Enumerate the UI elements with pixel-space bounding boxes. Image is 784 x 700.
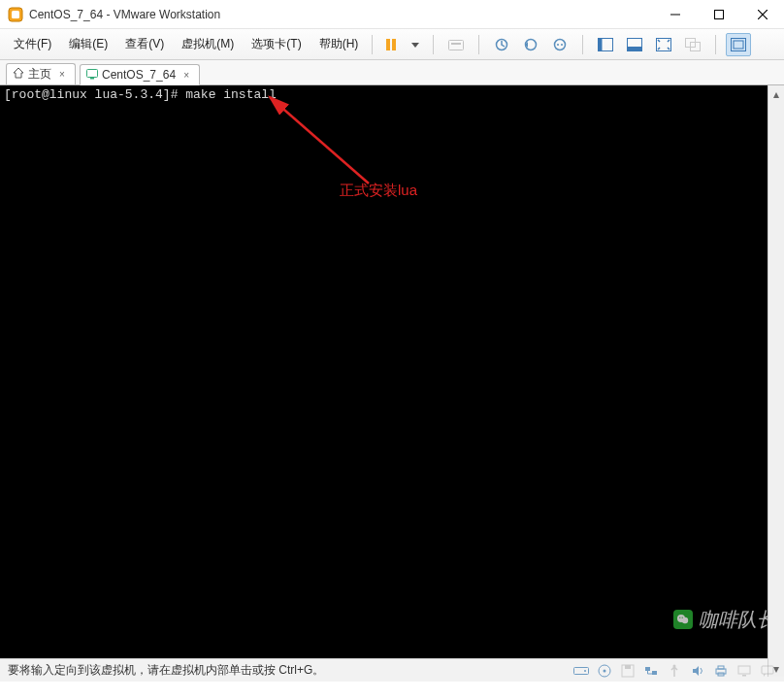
terminal-prompt: [root@linux lua-5.3.4]#: [4, 87, 185, 102]
tab-label: CentOS_7_64: [102, 68, 176, 82]
menu-view[interactable]: 查看(V): [117, 32, 172, 56]
separator: [433, 35, 434, 54]
svg-point-14: [555, 39, 566, 50]
maximize-button[interactable]: [697, 0, 740, 29]
svg-point-34: [584, 670, 586, 672]
toolbar: [378, 33, 751, 56]
device-tray: [572, 662, 776, 680]
titlebar: CentOS_7_64 - VMware Workstation: [0, 0, 784, 29]
snapshot-take-button[interactable]: [489, 33, 514, 56]
watermark: 咖啡队长: [673, 610, 776, 629]
minimize-button[interactable]: [653, 0, 697, 29]
network-icon[interactable]: [642, 662, 660, 680]
menubar-toolbar: 文件(F) 编辑(E) 查看(V) 虚拟机(M) 选项卡(T) 帮助(H): [0, 29, 784, 60]
separator: [372, 35, 373, 54]
usb-icon[interactable]: [666, 662, 683, 680]
tab-vm-centos[interactable]: CentOS_7_64 ×: [80, 64, 200, 85]
watermark-text: 咖啡队长: [699, 612, 776, 627]
cd-icon[interactable]: [596, 662, 613, 680]
terminal-line: [root@linux lua-5.3.4]# make install: [4, 87, 780, 103]
view-console-button[interactable]: [593, 33, 618, 56]
wechat-icon: [673, 610, 693, 629]
statusbar: 要将输入定向到该虚拟机，请在虚拟机内部单击或按 Ctrl+G。: [0, 658, 784, 682]
svg-point-31: [679, 617, 680, 618]
svg-rect-27: [90, 78, 94, 80]
svg-rect-18: [599, 38, 603, 50]
svg-rect-43: [718, 666, 724, 669]
svg-rect-10: [451, 43, 461, 45]
close-button[interactable]: [740, 0, 784, 29]
vm-icon: [86, 68, 98, 83]
annotation-text: 正式安装lua: [340, 183, 417, 198]
menu-help[interactable]: 帮助(H): [311, 32, 367, 56]
fullscreen-button[interactable]: [726, 33, 751, 56]
menu-vm[interactable]: 虚拟机(M): [174, 32, 242, 56]
hdd-icon[interactable]: [572, 662, 590, 680]
sound-icon[interactable]: [689, 662, 706, 680]
svg-rect-45: [738, 666, 750, 674]
view-stretch-button[interactable]: [651, 33, 676, 56]
svg-rect-9: [449, 40, 464, 50]
svg-rect-39: [645, 667, 650, 671]
svg-point-41: [673, 664, 676, 667]
svg-point-30: [682, 617, 688, 623]
tab-close-button[interactable]: ×: [180, 68, 193, 82]
tab-home[interactable]: 主页 ×: [6, 63, 76, 84]
terminal-command: make install: [185, 87, 277, 102]
floppy-icon[interactable]: [619, 662, 637, 680]
svg-rect-3: [714, 11, 723, 19]
svg-rect-1: [12, 11, 19, 18]
terminal-viewport[interactable]: [root@linux lua-5.3.4]# make install 正式安…: [0, 85, 784, 658]
svg-rect-20: [628, 47, 642, 51]
svg-point-16: [561, 44, 563, 46]
tab-close-button[interactable]: ×: [55, 68, 69, 82]
svg-point-15: [557, 44, 559, 46]
home-icon: [13, 67, 24, 82]
svg-rect-26: [87, 69, 98, 77]
tabstrip: 主页 × CentOS_7_64 ×: [0, 60, 784, 85]
pause-button[interactable]: [378, 33, 404, 56]
annotation-arrow: [262, 91, 398, 198]
tab-label: 主页: [28, 66, 51, 83]
app-icon: [8, 7, 23, 22]
svg-rect-7: [392, 39, 396, 50]
window-controls: [653, 0, 784, 29]
separator: [715, 35, 716, 54]
svg-point-36: [604, 669, 606, 672]
view-thumbnail-button[interactable]: [622, 33, 647, 56]
scroll-up-button[interactable]: ▴: [768, 85, 784, 102]
display-icon[interactable]: [735, 662, 753, 680]
svg-rect-6: [386, 39, 390, 50]
unity-button[interactable]: [680, 33, 705, 56]
svg-rect-38: [625, 665, 631, 669]
svg-rect-47: [762, 666, 773, 674]
menu-file[interactable]: 文件(F): [6, 32, 59, 56]
svg-marker-8: [411, 43, 419, 48]
svg-line-28: [270, 97, 369, 183]
menu-tabs[interactable]: 选项卡(T): [244, 32, 309, 56]
printer-icon[interactable]: [712, 662, 730, 680]
svg-rect-46: [742, 675, 746, 677]
separator: [478, 35, 479, 54]
separator: [582, 35, 583, 54]
svg-point-32: [682, 617, 683, 618]
svg-rect-40: [652, 671, 657, 675]
snapshot-revert-button[interactable]: [518, 33, 543, 56]
statusbar-hint: 要将输入定向到该虚拟机，请在虚拟机内部单击或按 Ctrl+G。: [8, 662, 324, 679]
vertical-scrollbar[interactable]: ▴ ▾: [768, 85, 784, 677]
send-keys-button[interactable]: [443, 33, 469, 56]
snapshot-manage-button[interactable]: [547, 33, 572, 56]
svg-rect-33: [574, 667, 589, 674]
power-dropdown[interactable]: [408, 33, 423, 56]
window-title: CentOS_7_64 - VMware Workstation: [29, 8, 220, 21]
menubar: 文件(F) 编辑(E) 查看(V) 虚拟机(M) 选项卡(T) 帮助(H): [6, 32, 366, 56]
message-icon[interactable]: [759, 662, 776, 680]
menu-edit[interactable]: 编辑(E): [61, 32, 115, 56]
